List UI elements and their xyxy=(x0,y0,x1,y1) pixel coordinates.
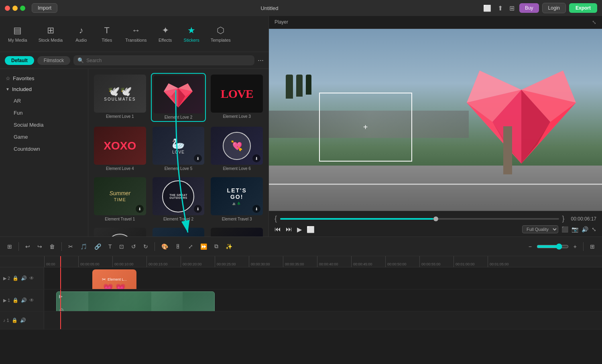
login-button[interactable]: Login xyxy=(542,3,566,13)
cut-button[interactable]: ✂ xyxy=(66,242,75,251)
track-content-video[interactable]: ▶ ⚙ xyxy=(44,289,602,311)
sticker-element-love-1[interactable]: 🕊️🕊️ SOULMATES Element Love 1 xyxy=(92,73,148,122)
scrubber-thumb[interactable] xyxy=(433,216,438,221)
video-clip[interactable]: ▶ ⚙ xyxy=(56,291,215,311)
track-content-audio[interactable] xyxy=(44,311,602,329)
sticker-label-love2: Element Love 2 xyxy=(165,115,193,119)
import-button[interactable]: Import xyxy=(32,3,57,13)
sticker-thumb-travel3: LET'S GO! ⛰️🌲 ⬇ xyxy=(211,177,263,215)
birds-decoration: 🕊️🕊️ xyxy=(104,86,136,97)
player-expand-icon[interactable]: ⤡ xyxy=(592,19,596,25)
tool-my-media[interactable]: ▤ My Media xyxy=(3,22,32,46)
track-lock-button-video[interactable]: 🔒 xyxy=(12,297,18,303)
quality-select[interactable]: Full Quality xyxy=(522,225,558,233)
buy-button[interactable]: Buy xyxy=(519,3,539,13)
tool-stickers[interactable]: ★ Stickers xyxy=(179,22,204,46)
tool-transitions[interactable]: ↔ Transitions xyxy=(120,22,151,46)
sticker-element-travel-3[interactable]: LET'S GO! ⛰️🌲 ⬇ Element Travel 3 xyxy=(209,176,264,223)
favorites-nav-item[interactable]: ☆ Favorites xyxy=(0,73,88,84)
ai-button[interactable]: ✨ xyxy=(223,242,235,251)
link-button[interactable]: 🔗 xyxy=(92,242,104,251)
outdoors-badge-icon: THE GREATOUTDOORS xyxy=(162,180,194,212)
filmstock-tab[interactable]: Filmstock xyxy=(37,56,71,65)
sticker-element-travel-6[interactable]: CAMP ⬇ Element Travel 6 xyxy=(209,226,264,237)
zoom-slider[interactable] xyxy=(537,243,569,250)
sidebar-item-game[interactable]: Game xyxy=(2,131,85,143)
speed-button[interactable]: ⏩ xyxy=(198,242,209,251)
track-lock-button-audio[interactable]: 🔒 xyxy=(12,317,18,323)
included-section-header[interactable]: ▼ Included xyxy=(0,84,88,95)
pip-icon[interactable]: ⤡ xyxy=(592,226,596,233)
duplicate-button[interactable]: ⧉ xyxy=(212,241,221,251)
titles-label: Titles xyxy=(102,38,112,42)
tool-templates[interactable]: ⬡ Templates xyxy=(206,22,236,46)
outdoors-text: THE GREATOUTDOORS xyxy=(169,194,187,199)
main-toolbar: ▤ My Media ⊞ Stock Media ♪ Audio T Title… xyxy=(0,16,268,52)
sticker-element-love-3[interactable]: LOVE Element Love 3 xyxy=(209,73,264,122)
volume-icon[interactable]: 🔊 xyxy=(582,226,588,233)
close-button[interactable] xyxy=(5,6,10,11)
track-audio-button-sticker[interactable]: 🔊 xyxy=(21,275,27,281)
tool-stock-media[interactable]: ⊞ Stock Media xyxy=(34,22,68,46)
audio-detach-button[interactable]: 🎵 xyxy=(78,242,89,251)
layout-toggle-button[interactable]: ⊞ xyxy=(588,242,597,251)
delete-button[interactable]: 🗑 xyxy=(47,242,57,251)
sticker-element-love-6[interactable]: 💘 ⬇ Element Love 6 xyxy=(209,125,264,172)
minimize-button[interactable] xyxy=(12,6,18,11)
love-text-icon: LOVE xyxy=(221,87,253,101)
frame-button[interactable]: ⬜ xyxy=(307,226,315,233)
zoom-in-icon[interactable]: + xyxy=(571,242,579,251)
upload-icon[interactable]: ⬆ xyxy=(496,3,504,14)
undo-button[interactable]: ↩ xyxy=(23,242,33,251)
zoom-out-icon[interactable]: − xyxy=(526,242,534,251)
redo-button[interactable]: ↪ xyxy=(35,242,45,251)
track-content-sticker[interactable]: ✂ Element L... 💗 💗 xyxy=(44,267,602,289)
track-visible-button-video[interactable]: 👁 xyxy=(29,297,34,303)
sticker-element-travel-5[interactable]: SAIL ⬇ Element Travel 5 xyxy=(151,226,206,237)
text-button[interactable]: T xyxy=(106,242,114,251)
sticker-element-travel-2[interactable]: THE GREATOUTDOORS ⬇ Element Travel 2 xyxy=(151,176,206,223)
track-visible-button-sticker[interactable]: 👁 xyxy=(29,275,34,281)
sidebar-item-social-media[interactable]: Social Media xyxy=(2,119,85,131)
titlebar: Import Untitled ⬜ ⬆ ⊞ Buy Login Export xyxy=(0,0,602,16)
sticker-element-travel-1[interactable]: Summer TIME ⬇ Element Travel 1 xyxy=(92,176,148,223)
sticker-element-love-2[interactable]: Element Love 2 xyxy=(151,73,206,122)
play-button[interactable]: ▶ xyxy=(297,226,302,233)
search-input[interactable] xyxy=(86,58,250,63)
fit-to-screen-icon[interactable]: ⬛ xyxy=(561,226,568,233)
sticker-thumb-love3: LOVE xyxy=(211,75,263,113)
rotate-right-button[interactable]: ↻ xyxy=(141,242,150,251)
screenshot-icon[interactable]: 📷 xyxy=(571,226,578,233)
track-audio-button-video[interactable]: 🔊 xyxy=(21,297,27,303)
screen-icon[interactable]: ⬜ xyxy=(482,3,493,14)
color-button[interactable]: 🎨 xyxy=(159,242,171,251)
more-options-button[interactable]: ··· xyxy=(258,56,264,65)
sticker-element-love-5[interactable]: 🦢 LOVE ⬇ Element Love 5 xyxy=(151,125,206,172)
rewind-button[interactable]: ⏮ xyxy=(275,226,281,233)
stickers-icon: ★ xyxy=(187,25,195,36)
sidebar-item-ar[interactable]: AR xyxy=(2,95,85,107)
crop-button[interactable]: ⊡ xyxy=(117,242,126,251)
rotate-left-button[interactable]: ↺ xyxy=(129,242,138,251)
audio-adjust-button[interactable]: 🎚 xyxy=(173,242,183,251)
fit-button[interactable]: ⤢ xyxy=(186,242,195,251)
export-button[interactable]: Export xyxy=(569,3,597,13)
tool-audio[interactable]: ♪ Audio xyxy=(69,22,93,46)
sticker-element-love-4[interactable]: XOXO Element Love 4 xyxy=(92,125,148,172)
track-lock-button-sticker[interactable]: 🔒 xyxy=(12,275,18,281)
sidebar-item-countdown[interactable]: Countdown xyxy=(2,143,85,155)
sticker-thumb-love2 xyxy=(153,75,204,113)
tool-effects[interactable]: ✦ Effects xyxy=(153,22,177,46)
grid-view-button[interactable]: ⊞ xyxy=(5,242,14,251)
scrubber-track[interactable] xyxy=(280,218,559,220)
sidebar-item-fun[interactable]: Fun xyxy=(2,107,85,119)
bracket-right-icon: } xyxy=(562,214,565,223)
tool-titles[interactable]: T Titles xyxy=(95,22,119,46)
layout-icon[interactable]: ⊞ xyxy=(508,3,516,14)
step-forward-button[interactable]: ⏭ xyxy=(286,226,292,233)
sticker-clip[interactable]: ✂ Element L... 💗 💗 xyxy=(92,269,136,289)
track-audio-mute-button[interactable]: 🔊 xyxy=(20,317,26,323)
fullscreen-button[interactable] xyxy=(20,6,25,11)
default-tab[interactable]: Default xyxy=(5,56,34,65)
sticker-element-travel-4[interactable]: ✕ ⬇ Element Travel 4 xyxy=(92,226,148,237)
